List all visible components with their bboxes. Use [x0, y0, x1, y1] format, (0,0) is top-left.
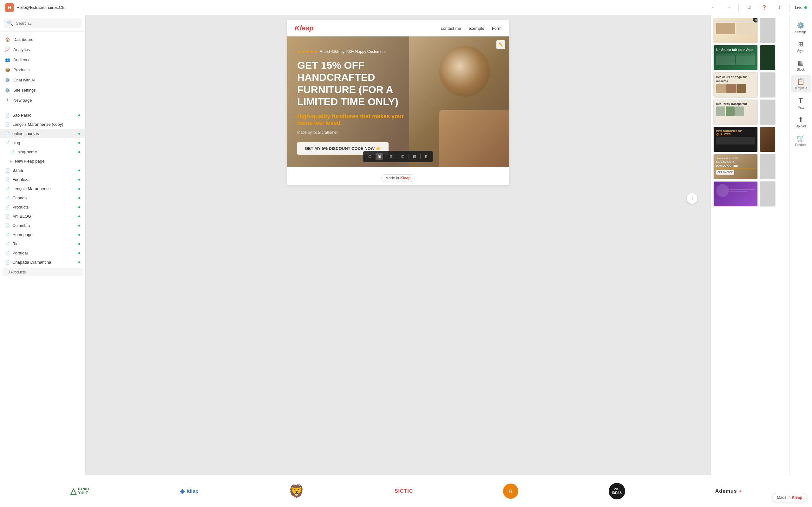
redo-button[interactable]: →: [723, 3, 733, 13]
template-row: DES BURGERS DE QUALITÉS: [713, 127, 786, 152]
block-panel-button[interactable]: ▦ Block: [791, 56, 811, 74]
template-thumb-small[interactable]: [760, 45, 775, 70]
logo-idiap: ◈ idiap: [180, 487, 198, 495]
logo-200ideas: 200IDEAS: [609, 483, 625, 499]
sidebar-item-products[interactable]: 📦 Products: [0, 65, 85, 75]
template-thumb-small[interactable]: [760, 18, 775, 43]
sidebar-item-site-settings[interactable]: ⚙️ Site settings: [0, 85, 85, 95]
file-icon: 📄: [5, 223, 10, 228]
sidebar-item-audience[interactable]: 👥 Audience: [0, 55, 85, 65]
template-thumb-small[interactable]: [760, 72, 775, 98]
template-panel-button[interactable]: 📋 Template: [791, 75, 811, 93]
status-dot: [78, 151, 80, 153]
live-label: Live: [795, 5, 803, 10]
page-item-rio[interactable]: 📄 Rio: [0, 239, 85, 248]
made-in-badge: Made in Kleap: [381, 174, 415, 182]
text-panel-button[interactable]: T Text: [791, 94, 811, 112]
page-item-fortaleza[interactable]: 📄 Fortaleza: [0, 175, 85, 184]
top-bar: H Hello@Extraordinaires.Ch... ← → 🖥 ❓ ⤴ …: [0, 0, 812, 15]
template-thumb-small[interactable]: [760, 127, 775, 152]
page-item-new-kleap-page[interactable]: ▶ New kleap page: [0, 157, 85, 166]
sidebar-item-dashboard[interactable]: 🏠 Dashboard: [0, 34, 85, 44]
page-item-homepage[interactable]: 📄 Homepage: [0, 230, 85, 239]
settings-panel-button[interactable]: ⚙️ Settings: [791, 19, 811, 37]
status-dot: [78, 234, 80, 236]
toolbar-columns-btn[interactable]: ⊞: [387, 153, 395, 160]
page-label: Lençois Maranhense (copy): [12, 122, 63, 127]
search-input[interactable]: [16, 21, 78, 26]
audience-icon: 👥: [5, 57, 10, 62]
template-thumb[interactable]: Un Studio fait pour Vous: [713, 45, 758, 70]
style-label: Style: [797, 49, 804, 53]
toolbar-more-btn[interactable]: ⊟: [411, 153, 418, 160]
template-thumb[interactable]: Des cours de Yoga sur mesures: [713, 72, 758, 98]
hero-subtitle[interactable]: High-quality furnitures that makes your …: [297, 113, 408, 126]
page-item-my-blog[interactable]: 📄 MY BLOG: [0, 212, 85, 221]
sidebar-item-new-page[interactable]: + New page: [0, 95, 85, 105]
edit-overlay-button[interactable]: ✏️: [496, 40, 505, 49]
file-icon: 📄: [5, 187, 10, 191]
page-item-sao-paulo[interactable]: 📄 São Paulo: [0, 111, 85, 120]
share-button[interactable]: ⤴: [774, 3, 784, 13]
made-in-text: Made in: [386, 176, 399, 180]
sidebar-item-analytics[interactable]: 📈 Analytics: [0, 44, 85, 55]
nav-exemple[interactable]: exemple: [469, 26, 484, 31]
page-item-blog-home[interactable]: 📄 blog-home: [0, 147, 85, 157]
toolbar-delete-btn[interactable]: 🗑: [422, 153, 430, 160]
page-item-chapada[interactable]: 📄 Chapada Diamantina: [0, 258, 85, 267]
search-wrap[interactable]: 🔍: [4, 18, 82, 28]
site-preview: Kleap contact me exemple Form ★★★★★ Rate…: [287, 20, 509, 185]
template-thumb-small[interactable]: [760, 154, 775, 179]
template-close-button[interactable]: ✕: [753, 18, 758, 22]
toolbar-move-btn[interactable]: ⬡: [366, 153, 374, 160]
site-settings-icon: ⚙️: [5, 88, 10, 93]
template-thumb[interactable]: ★★★★★ Rated 4.8/5 GET 15% OFF HANDCRAFTE…: [713, 154, 758, 179]
nav-contact[interactable]: contact me: [441, 26, 461, 31]
page-label: Fortaleza: [12, 177, 30, 182]
page-item-portugal[interactable]: 📄 Portugal: [0, 248, 85, 258]
star-icon: ★★★★★: [297, 49, 318, 54]
page-item-online-courses[interactable]: 📄 online courses: [0, 129, 85, 138]
template-thumb[interactable]: DES BURGERS DE QUALITÉS: [713, 127, 758, 152]
page-item-lencois-maranhense[interactable]: 📄 Lençois Maranhense: [0, 184, 85, 193]
toolbar-full-btn[interactable]: ⊡: [399, 153, 407, 160]
chevron-right-icon: ▶: [10, 160, 12, 163]
style-panel-button[interactable]: ⊞ Style: [791, 38, 811, 55]
lion-icon: 🦁: [289, 484, 305, 499]
sidebar-item-chat-ai[interactable]: ⚙️ Chat with AI: [0, 75, 85, 85]
nav-form[interactable]: Form: [492, 26, 502, 31]
page-item-bahia[interactable]: 📄 Bahia: [0, 166, 85, 175]
desktop-view-button[interactable]: 🖥: [744, 3, 754, 13]
template-row: Des Tarifs Transparent: [713, 100, 786, 125]
logo-lion: 🦁: [289, 484, 305, 499]
toolbar-layout-btn[interactable]: ▣: [375, 153, 383, 160]
toolbar-divider: [385, 154, 386, 159]
template-thumb-small[interactable]: [760, 100, 775, 125]
add-block-button[interactable]: +: [687, 193, 698, 204]
template-thumb[interactable]: ✕: [713, 18, 758, 43]
template-thumb[interactable]: Des Tarifs Transparent: [713, 100, 758, 125]
daniel-yule-label: DANIEL: [78, 487, 90, 491]
page-list: 📄 São Paulo 📄 Lençois Maranhense (copy) …: [0, 108, 85, 475]
page-item-lencois-copy[interactable]: 📄 Lençois Maranhense (copy): [0, 120, 85, 129]
page-item-canada[interactable]: 📄 Canada: [0, 193, 85, 203]
status-dot: [78, 179, 80, 181]
upload-panel-button[interactable]: ⬆ Upload: [791, 113, 811, 130]
help-button[interactable]: ❓: [759, 3, 769, 13]
page-label: online courses: [12, 131, 39, 136]
page-item-products[interactable]: 📄 Products: [0, 203, 85, 212]
divider: [739, 4, 739, 11]
hero-content: ★★★★★ Rated 4.8/5 by 200+ Happy Customer…: [297, 49, 408, 155]
page-label: blog: [12, 140, 20, 145]
undo-button[interactable]: ←: [708, 3, 718, 13]
kleap-brand[interactable]: Kleap: [400, 176, 411, 180]
product-panel-button[interactable]: 🛒 Product: [791, 132, 811, 149]
hero-title[interactable]: GET 15% OFF HANDCRAFTED FURNITURE (FOR A…: [297, 59, 408, 108]
template-thumb[interactable]: [713, 181, 758, 207]
upload-icon: ⬆: [798, 116, 803, 123]
page-item-blog[interactable]: 📄 blog: [0, 138, 85, 147]
template-thumb-small[interactable]: [760, 181, 775, 207]
template-row: [713, 181, 786, 207]
page-item-columbia[interactable]: 📄 Columbia: [0, 221, 85, 230]
rating-text: Rated 4.8/5 by 200+ Happy Customers: [320, 49, 386, 54]
